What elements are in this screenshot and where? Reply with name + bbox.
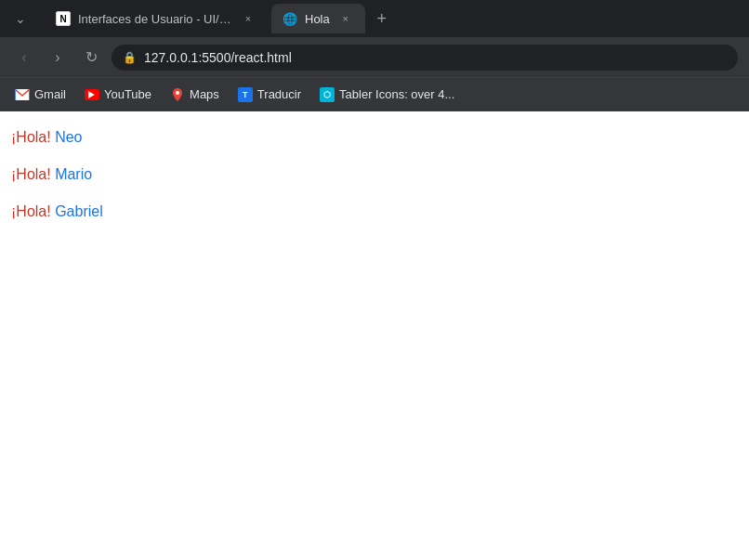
reload-button[interactable]: ↻ (78, 45, 104, 71)
greeting-2: ¡Hola! Mario (11, 163, 738, 186)
maps-favicon (170, 87, 185, 102)
tab-favicon-globe: 🌐 (283, 11, 297, 26)
tab-hola[interactable]: 🌐 Hola × (271, 4, 365, 33)
greeting-3-prefix: ¡Hola! (11, 203, 51, 219)
greeting-2-prefix: ¡Hola! (11, 166, 51, 182)
bookmarks-bar: Gmail YouTube Maps T Traducir (0, 78, 749, 111)
bookmark-gmail[interactable]: Gmail (7, 84, 73, 106)
tab-title-interfaces: Interfaces de Usuario - UI/UX (78, 12, 232, 26)
tab-close-interfaces[interactable]: × (240, 10, 256, 27)
tabler-favicon: ⬡ (320, 87, 335, 102)
bookmark-translate[interactable]: T Traducir (230, 84, 309, 106)
address-bar[interactable]: 🔒 127.0.0.1:5500/react.html (112, 45, 738, 71)
bookmark-youtube[interactable]: YouTube (77, 84, 159, 106)
bookmark-maps-label: Maps (190, 87, 219, 101)
page-content: ¡Hola! Neo ¡Hola! Mario ¡Hola! Gabriel (0, 111, 749, 557)
browser-chrome: ⌄ N Interfaces de Usuario - UI/UX × 🌐 Ho… (0, 0, 749, 111)
tab-favicon-notion: N (56, 11, 71, 26)
tab-bar: ⌄ N Interfaces de Usuario - UI/UX × 🌐 Ho… (0, 0, 749, 37)
greeting-2-name: Mario (55, 166, 92, 182)
bookmark-tabler-label: Tabler Icons: over 4... (339, 87, 454, 101)
tab-close-hola[interactable]: × (337, 10, 354, 27)
greeting-1-prefix: ¡Hola! (11, 129, 51, 145)
gmail-favicon (15, 87, 30, 102)
lock-icon: 🔒 (123, 51, 137, 64)
greeting-1: ¡Hola! Neo (11, 126, 738, 149)
forward-button[interactable]: › (45, 45, 71, 71)
bookmark-maps[interactable]: Maps (163, 84, 227, 106)
tab-title-hola: Hola (305, 12, 330, 26)
greeting-3-name: Gabriel (55, 203, 103, 219)
new-tab-button[interactable]: + (369, 6, 395, 32)
back-button[interactable]: ‹ (11, 45, 37, 71)
url-text: 127.0.0.1:5500/react.html (144, 50, 292, 65)
bookmark-youtube-label: YouTube (104, 87, 151, 101)
translate-favicon: T (238, 87, 253, 102)
tab-interfaces[interactable]: N Interfaces de Usuario - UI/UX × (45, 4, 268, 33)
bookmark-gmail-label: Gmail (34, 87, 66, 101)
greeting-1-name: Neo (55, 129, 82, 145)
svg-point-3 (176, 91, 179, 95)
bookmark-tabler[interactable]: ⬡ Tabler Icons: over 4... (312, 84, 462, 106)
address-bar-row: ‹ › ↻ 🔒 127.0.0.1:5500/react.html (0, 37, 749, 78)
youtube-favicon (85, 87, 99, 102)
bookmark-translate-label: Traducir (257, 87, 301, 101)
greeting-3: ¡Hola! Gabriel (11, 201, 738, 223)
tab-bar-left-controls: ⌄ (7, 6, 33, 32)
tab-list-chevron[interactable]: ⌄ (7, 6, 33, 32)
